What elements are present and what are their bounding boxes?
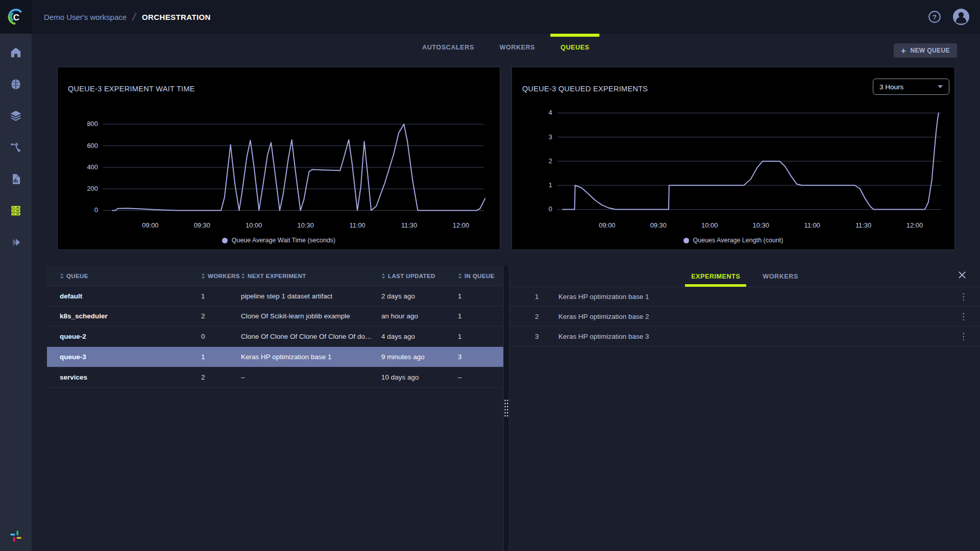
close-panel-button[interactable]	[958, 270, 967, 280]
pipelines-icon	[9, 141, 22, 154]
kebab-menu-icon[interactable]: ⋮	[957, 312, 970, 321]
table-cell: 1	[458, 333, 503, 340]
queue-row-queue-3[interactable]: queue-31Keras HP optimization base 19 mi…	[47, 347, 503, 367]
reports-icon	[9, 172, 22, 186]
column-header-last-updated[interactable]: LAST UPDATED	[381, 273, 458, 279]
svg-text:4: 4	[549, 109, 552, 116]
queue-detail-panel: EXPERIMENTSWORKERS 1Keras HP optimizatio…	[509, 266, 980, 346]
queue-table: QUEUEWORKERSNEXT EXPERIMENTLAST UPDATEDI…	[47, 266, 503, 388]
queue-row-services[interactable]: services2–10 days ago–	[47, 367, 503, 388]
sidebar-item-reports[interactable]	[0, 163, 32, 195]
avatar[interactable]	[952, 8, 970, 26]
experiments-list: 1Keras HP optimization base 1⋮2Keras HP …	[509, 287, 980, 346]
svg-text:11:30: 11:30	[401, 221, 417, 229]
table-cell: 1	[458, 292, 503, 300]
experiment-row[interactable]: 3Keras HP optimization base 3⋮	[509, 327, 980, 346]
table-cell: 9 minutes ago	[381, 353, 458, 361]
experiment-row[interactable]: 2Keras HP optimization base 2⋮	[509, 307, 980, 327]
svg-text:200: 200	[87, 185, 98, 192]
experiment-index: 3	[535, 333, 553, 340]
sort-icon	[201, 273, 205, 279]
svg-text:0: 0	[549, 205, 552, 213]
svg-text:10:00: 10:00	[246, 221, 262, 229]
queue-row-queue-2[interactable]: queue-20Clone Of Clone Of Clone Of Clone…	[47, 327, 503, 347]
topbar: Demo User's workspace / ORCHESTRATION ?	[32, 0, 980, 34]
wait-time-chart-card: QUEUE-3 EXPERIMENT WAIT TIME 02004006008…	[57, 67, 500, 250]
table-cell: 2	[201, 373, 241, 381]
experiment-index: 1	[535, 293, 553, 300]
svg-text:C: C	[13, 13, 19, 22]
svg-text:600: 600	[87, 142, 98, 149]
sidebar-item-pipelines[interactable]	[0, 132, 32, 163]
help-button[interactable]: ?	[928, 10, 941, 23]
svg-text:12:00: 12:00	[453, 221, 469, 229]
sidebar-item-slack[interactable]	[0, 530, 32, 545]
table-cell: an hour ago	[381, 312, 458, 320]
table-cell: Clone Of Clone Of Clone Of Clone Of do…	[241, 333, 381, 340]
clearml-logo-icon: C	[6, 7, 26, 27]
svg-text:800: 800	[87, 120, 98, 128]
svg-text:11:30: 11:30	[855, 221, 871, 229]
avatar-icon	[952, 8, 970, 26]
sidebar-item-orchestration[interactable]	[0, 195, 32, 227]
column-header-next-experiment[interactable]: NEXT EXPERIMENT	[241, 273, 381, 279]
sort-icon	[60, 273, 64, 279]
svg-text:10:00: 10:00	[701, 221, 718, 229]
chart-legend: Queue Average Wait Time (seconds)	[58, 237, 500, 244]
table-cell: 1	[201, 292, 241, 300]
table-cell: Keras HP optimization base 1	[241, 353, 381, 361]
tab-workers[interactable]: WORKERS	[500, 34, 535, 61]
queue-table-body: default1pipeline step 1 dataset artifact…	[47, 286, 503, 388]
panel-tab-experiments[interactable]: EXPERIMENTS	[691, 266, 740, 287]
breadcrumb-workspace[interactable]: Demo User's workspace	[44, 13, 127, 21]
column-header-in-queue[interactable]: IN QUEUE	[458, 273, 503, 279]
experiment-name: Keras HP optimization base 3	[558, 333, 649, 340]
queue-row-default[interactable]: default1pipeline step 1 dataset artifact…	[47, 286, 503, 306]
legend-dot-icon	[683, 238, 689, 243]
wait-time-chart: 020040060080009:0009:3010:0010:3011:0011…	[58, 67, 500, 249]
projects-icon	[9, 78, 22, 91]
svg-text:10:30: 10:30	[753, 221, 769, 229]
sort-icon	[241, 273, 245, 279]
sidebar-item-home[interactable]	[0, 37, 32, 68]
kebab-menu-icon[interactable]: ⋮	[957, 332, 970, 341]
table-cell: 10 days ago	[381, 373, 458, 381]
experiment-name: Keras HP optimization base 2	[558, 313, 649, 320]
table-cell: queue-3	[60, 353, 201, 361]
queue-table-head: QUEUEWORKERSNEXT EXPERIMENTLAST UPDATEDI…	[47, 266, 503, 286]
svg-text:09:00: 09:00	[142, 221, 158, 229]
experiment-row[interactable]: 1Keras HP optimization base 1⋮	[509, 287, 980, 307]
orchestration-icon	[9, 204, 22, 217]
table-cell: 1	[458, 312, 503, 320]
queue-row-k8s_scheduler[interactable]: k8s_scheduler2Clone Of Scikit-learn jobl…	[47, 306, 503, 327]
datasets-icon	[9, 109, 22, 122]
svg-text:11:00: 11:00	[804, 221, 820, 229]
column-header-queue[interactable]: QUEUE	[60, 273, 201, 279]
table-cell: 4 days ago	[381, 333, 458, 340]
slack-icon	[9, 530, 22, 545]
panel-tab-workers[interactable]: WORKERS	[763, 266, 798, 287]
tab-autoscalers[interactable]: AUTOSCALERS	[422, 34, 474, 61]
sidebar-item-datasets[interactable]	[0, 100, 32, 132]
svg-text:10:30: 10:30	[298, 221, 314, 229]
sidebar-item-projects[interactable]	[0, 68, 32, 100]
help-icon: ?	[928, 10, 941, 23]
tab-queues[interactable]: QUEUES	[560, 34, 589, 61]
table-cell: Clone Of Scikit-learn joblib example	[241, 312, 381, 320]
header-tabs: AUTOSCALERSWORKERSQUEUES	[422, 34, 589, 61]
applications-icon	[9, 236, 22, 249]
svg-text:?: ?	[933, 13, 937, 21]
new-queue-button[interactable]: + NEW QUEUE	[894, 43, 957, 58]
table-cell: services	[60, 373, 201, 381]
clearml-logo[interactable]: C	[0, 0, 32, 34]
sidebar-item-applications[interactable]	[0, 227, 32, 258]
sort-icon	[381, 273, 385, 279]
column-header-workers[interactable]: WORKERS	[201, 273, 241, 279]
svg-text:12:00: 12:00	[906, 221, 923, 229]
table-cell: 3	[458, 353, 503, 361]
panel-splitter[interactable]	[503, 265, 509, 551]
breadcrumb-separator: /	[132, 11, 137, 23]
kebab-menu-icon[interactable]: ⋮	[957, 292, 970, 301]
legend-dot-icon	[222, 238, 228, 243]
sidebar: C	[0, 0, 32, 551]
